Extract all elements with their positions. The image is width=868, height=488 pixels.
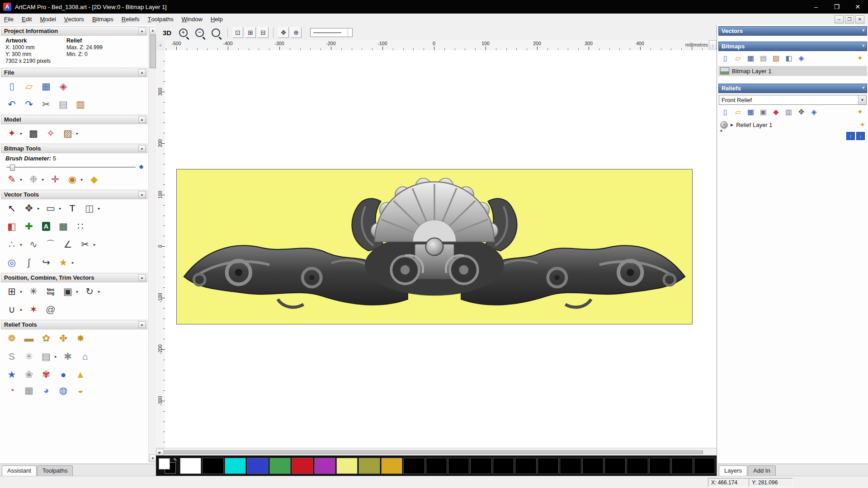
undo-icon[interactable]: ↶ <box>5 98 19 111</box>
palette-swatch-23[interactable] <box>694 458 715 474</box>
transform-relief-icon[interactable]: ✥ <box>796 107 807 117</box>
dome-wizard-icon[interactable]: ◕ <box>39 384 53 397</box>
collapse-position-tools-icon[interactable]: ▴ <box>138 274 146 281</box>
palette-swatch-21[interactable] <box>649 458 670 474</box>
palette-swatch-6[interactable] <box>314 458 335 474</box>
bitmaps-collapse-icon[interactable]: ▾ <box>862 43 864 48</box>
shape-editor-icon[interactable]: ✿ <box>39 332 53 345</box>
block-copy-icon-dropdown[interactable]: ▸ <box>76 289 80 294</box>
wrap-text-icon[interactable]: A <box>39 220 53 233</box>
palette-icon-dropdown[interactable]: ▸ <box>81 177 84 182</box>
vectors-collapse-icon[interactable]: ▾ <box>862 28 864 33</box>
relief-set-dropdown[interactable]: Front Relief ▼ <box>719 95 867 105</box>
zoom-objects-icon[interactable]: ⊟ <box>258 27 269 38</box>
zoom-out-icon[interactable]: − <box>192 26 207 39</box>
relief-tools-header[interactable]: Relief Tools ▴ <box>1 320 147 329</box>
palette-icon[interactable]: ◉ <box>65 173 80 186</box>
join-vectors-icon[interactable]: ∪ <box>5 303 19 316</box>
greyscale-preview-icon[interactable]: ▩ <box>26 127 41 140</box>
create-polyline-icon-dropdown[interactable]: ▸ <box>20 242 24 247</box>
join-vectors-icon-dropdown[interactable]: ▸ <box>20 307 24 312</box>
relief-layer-row[interactable]: + ▶ Relief Layer 1 ✦ <box>718 120 867 130</box>
open-relief-icon[interactable]: ▱ <box>732 107 744 117</box>
fillet-icon[interactable]: ↪ <box>39 256 53 269</box>
menu-toolpaths[interactable]: Toolpaths <box>144 14 178 25</box>
open-bitmap-icon[interactable]: ▱ <box>732 53 744 63</box>
line-width-dropdown-handle[interactable] <box>348 28 352 37</box>
copy-icon[interactable]: ▤ <box>56 98 71 111</box>
palette-swatch-13[interactable] <box>470 458 491 474</box>
rotate-copy-icon[interactable]: ↻ <box>82 285 97 298</box>
bitmap-tools-header[interactable]: Bitmap Tools ▴ <box>1 144 147 153</box>
ruler-toggle-button[interactable]: ↕ <box>709 40 717 51</box>
angled-plane-icon[interactable]: ✱ <box>61 350 75 363</box>
palette-swatch-16[interactable] <box>538 458 559 474</box>
scroll-up-icon[interactable]: ▲ <box>149 27 156 34</box>
zoom-in-icon[interactable]: + <box>176 26 190 39</box>
sphere-wizard-icon[interactable]: ● <box>56 368 71 381</box>
file-section-header[interactable]: File ▴ <box>1 68 147 77</box>
palette-swatch-3[interactable] <box>247 458 268 474</box>
palette-swatch-2[interactable] <box>225 458 246 474</box>
tab-toolpaths[interactable]: Toolpaths <box>37 465 73 476</box>
position-tools-header[interactable]: Position, Combine, Trim Vectors ▴ <box>1 273 147 282</box>
palette-swatch-22[interactable] <box>671 458 693 474</box>
star-wizard-icon[interactable]: ★ <box>5 368 19 381</box>
vector-tools-header[interactable]: Vector Tools ▴ <box>1 190 147 199</box>
bitmaps-header[interactable]: Bitmaps ▾ <box>718 42 867 51</box>
menu-edit[interactable]: Edit <box>18 14 36 25</box>
colour-picker-icon[interactable]: ✛ <box>48 173 62 186</box>
menu-model[interactable]: Model <box>36 14 60 25</box>
redo-icon[interactable]: ↷ <box>22 98 36 111</box>
collapse-relief-tools-icon[interactable]: ▴ <box>138 321 146 328</box>
create-circle-icon[interactable]: ◎ <box>5 256 19 269</box>
offset-relief-icon[interactable]: ▤ <box>39 350 53 363</box>
texture-wizard-icon[interactable]: ❀ <box>22 368 36 381</box>
colour-indicator[interactable]: ✎ <box>157 457 178 474</box>
weave-wizard-icon[interactable]: ✳ <box>22 350 36 363</box>
relief-set-dropdown-icon[interactable]: ▼ <box>858 95 866 104</box>
menu-file[interactable]: File <box>0 14 18 25</box>
menu-help[interactable]: Help <box>207 14 227 25</box>
view-3d-button[interactable]: 3D <box>160 28 174 38</box>
sculpting-icon[interactable]: S <box>5 350 19 363</box>
new-model-icon[interactable]: ▯ <box>5 80 19 93</box>
save-bitmap-icon[interactable]: ▦ <box>745 53 756 63</box>
merge-bitmap-icon[interactable]: ▤ <box>758 53 769 63</box>
scroll-down-icon[interactable]: ▼ <box>149 455 156 462</box>
palette-swatch-18[interactable] <box>582 458 604 474</box>
drawing-canvas[interactable] <box>165 50 717 448</box>
collapse-vector-tools-icon[interactable]: ▴ <box>138 191 146 198</box>
mdi-close-button[interactable]: ✕ <box>855 15 864 23</box>
relief-layer-colour-icon[interactable]: ✦ <box>859 121 865 129</box>
stack-relief-icon[interactable]: ◒ <box>73 384 88 397</box>
relief-layer-expander-icon[interactable]: ▶ <box>731 123 733 127</box>
ruler-corner[interactable]: + <box>156 40 165 51</box>
tab-add-in[interactable]: Add In <box>748 465 776 476</box>
palette-swatch-8[interactable] <box>359 458 380 474</box>
palette-swatch-9[interactable] <box>381 458 402 474</box>
reliefs-header[interactable]: Reliefs ▾ <box>718 84 867 93</box>
unite-relief-icon[interactable]: ▲ <box>73 368 88 381</box>
close-button[interactable]: ✕ <box>847 0 868 14</box>
palette-swatch-0[interactable] <box>180 458 201 474</box>
new-relief-layer-icon[interactable]: ▯ <box>720 107 731 117</box>
flood-fill-icon[interactable]: ◆ <box>87 173 101 186</box>
offset-vectors-icon[interactable]: ◧ <box>5 220 19 233</box>
palette-swatch-10[interactable] <box>403 458 425 474</box>
rotate-copy-icon-dropdown[interactable]: ▸ <box>98 289 101 294</box>
menu-bitmaps[interactable]: Bitmaps <box>88 14 118 25</box>
texture-flow-icon[interactable]: ◍ <box>56 384 71 397</box>
zoom-last-icon[interactable] <box>208 26 223 39</box>
star-tool-icon[interactable]: ★ <box>56 256 71 269</box>
gem-relief-icon[interactable]: ◆ <box>770 107 782 117</box>
align-vectors-icon-dropdown[interactable]: ▸ <box>20 289 24 294</box>
duplicate-relief-icon[interactable]: ▣ <box>758 107 769 117</box>
transform-vectors-icon[interactable]: ✥ <box>22 202 36 215</box>
sculpt-polyline-icon[interactable]: ∫ <box>22 256 36 269</box>
mdi-minimize-button[interactable]: – <box>835 15 844 23</box>
palette-swatch-17[interactable] <box>560 458 581 474</box>
palette-swatch-19[interactable] <box>604 458 626 474</box>
paint-brush-icon-dropdown[interactable]: ▸ <box>20 177 24 182</box>
node-editing-icon[interactable]: ✚ <box>22 220 36 233</box>
